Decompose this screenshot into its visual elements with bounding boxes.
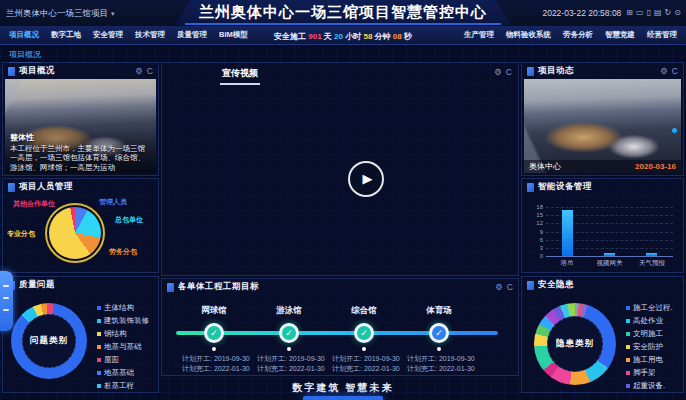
y-tick: 6 [528,237,543,243]
panel-title: 质量问题 [19,279,55,291]
legend-item[interactable]: 钢结构 [97,327,149,340]
project-selector-label: 兰州奥体中心一场三馆项目 [6,8,108,20]
legend-bullet [97,319,101,323]
nav-bar: 项目概况 数字工地 安全管理 技术管理 质量管理 BIM模型 安全施工 901 … [0,26,686,45]
bar[interactable] [646,253,657,256]
bar[interactable] [562,210,573,256]
panel-title: 智能设备管理 [538,181,592,193]
panel-icon [527,67,534,76]
project-selector[interactable]: 兰州奥体中心一场三馆项目 ▾ [6,8,115,20]
legend-item[interactable]: 屋面 [97,353,149,366]
legend-item[interactable]: 高处作业 [626,314,673,327]
y-tick: 0 [528,253,543,259]
milestone-dot [362,347,366,351]
photo-caption: 奥体中心 [529,161,561,172]
gear-icon[interactable]: ⚙ [495,282,503,292]
tab-operation-mgmt[interactable]: 经营管理 [641,30,683,40]
tab-quality-mgmt[interactable]: 质量管理 [171,30,213,40]
milestone-node[interactable]: ✓ [354,323,374,343]
legend-item[interactable]: 起重设备. [626,379,673,390]
legend-item[interactable]: 地基基础 [97,366,149,379]
legend-item[interactable]: 主体结构 [97,301,149,314]
tab-project-overview[interactable]: 项目概况 [3,30,45,40]
floating-menu-handle[interactable] [0,271,13,331]
play-button[interactable]: ▶ [348,161,384,197]
window-icon[interactable]: ▭ [636,8,644,18]
milestone-name: 游泳馆 [276,305,302,317]
legend-bullet [97,332,101,336]
dynamics-photo[interactable]: 奥体中心 2020-03-16 [524,79,681,173]
header-right: 2022-03-22 20:58:08 ⊞ ▭ ▯ ▤ ↻ ⊙ [542,8,681,18]
personnel-pie-chart[interactable] [49,207,101,259]
milestone-name: 综合馆 [351,305,377,317]
safety-donut-label: 隐患类别 [534,338,616,350]
legend-bullet [626,371,630,375]
gear-icon[interactable]: ⚙ [135,66,143,76]
refresh-icon[interactable]: C [507,282,513,292]
monitor-icon[interactable]: ▤ [654,8,662,18]
quality-donut-chart[interactable]: 问题类别 [11,303,87,379]
refresh-icon[interactable]: C [672,66,678,76]
legend-item[interactable]: 建筑装饰装修 [97,314,149,327]
legend-bullet [97,306,101,310]
video-preview[interactable]: ▶ [218,84,514,273]
legend-item[interactable]: 脚手架 [626,366,673,379]
personnel-pie-ring [45,203,105,263]
legend-item[interactable]: 地基与基础 [97,340,149,353]
tab-labor-analysis[interactable]: 劳务分析 [557,30,599,40]
milestone-dates: 计划开工: 2019-09-30 计划完工: 2022-01-30 [257,354,325,374]
phone-icon[interactable]: ▯ [647,8,651,18]
counter-seconds: 08 [393,32,402,41]
photo-caption-bar: 奥体中心 2020-03-16 [524,160,681,173]
refresh-icon[interactable]: C [506,67,512,77]
milestone-node[interactable]: ✓ [429,323,449,343]
x-label: 天气预报 [639,259,665,268]
carousel-dot[interactable] [672,128,677,133]
power-icon[interactable]: ⊙ [674,8,681,18]
panel-smart-devices: 智能设备管理 18 15 12 9 6 3 0 塔吊 视频网关 天气预报 [521,178,684,273]
tab-production-mgmt[interactable]: 生产管理 [458,30,500,40]
tab-digital-site[interactable]: 数字工地 [45,30,87,40]
gear-icon[interactable]: ⚙ [494,67,502,77]
quality-legend: 主体结构 建筑装饰装修 钢结构 地基与基础 屋面 地基基础 桩基工程 模板工程 [97,301,149,390]
breadcrumb[interactable]: 项目概况 [9,49,41,63]
safety-donut-chart[interactable]: 隐患类别 [534,303,616,385]
panel-title: 项目动态 [538,65,574,77]
milestone-name: 网球馆 [201,305,227,317]
check-icon: ✓ [432,326,446,340]
tab-bim-model[interactable]: BIM模型 [213,30,254,40]
legend-bullet [97,358,101,362]
milestone-dates: 计划开工: 2019-09-30 计划完工: 2022-01-30 [332,354,400,374]
photo-date: 2020-03-16 [635,162,676,171]
milestone-dates: 计划开工: 2019-09-30 计划完工: 2022-01-30 [182,354,250,374]
panel-quality-issues: 质量问题 问题类别 主体结构 建筑装饰装修 钢结构 地基与基础 屋面 地基基础 … [2,276,159,393]
refresh-icon[interactable]: C [147,66,153,76]
pie-label-general-contractor: 总包单位 [115,215,143,225]
y-tick: 3 [528,245,543,251]
nav-right-tabs: 生产管理 物料验收系统 劳务分析 智慧党建 经营管理 [458,26,683,44]
tab-tech-mgmt[interactable]: 技术管理 [129,30,171,40]
grid-icon[interactable]: ⊞ [626,8,633,18]
refresh-icon[interactable]: ↻ [665,8,672,18]
tab-safety-mgmt[interactable]: 安全管理 [87,30,129,40]
panel-icon [527,281,534,290]
tab-material-acceptance[interactable]: 物料验收系统 [500,30,557,40]
legend-item[interactable]: 安全防护 [626,340,673,353]
bottom-dock-bar[interactable] [303,396,383,400]
legend-item[interactable]: 桩基工程 [97,379,149,390]
milestone-node[interactable]: ✓ [204,323,224,343]
milestone-node[interactable]: ✓ [279,323,299,343]
safety-legend: 施工全过程. 高处作业 文明施工 安全防护 施工用电 脚手架 起重设备. 施工机… [626,301,673,390]
x-label: 视频网关 [597,259,623,268]
check-icon: ✓ [207,326,221,340]
header-bar: 兰州奥体中心一场三馆项目 ▾ 兰州奥体中心一场三馆项目智慧管控中心 2022-0… [0,0,686,26]
tab-party-building[interactable]: 智慧党建 [599,30,641,40]
legend-item[interactable]: 施工全过程. [626,301,673,314]
bar[interactable] [604,253,615,256]
gear-icon[interactable]: ⚙ [660,66,668,76]
milestone-dot [287,347,291,351]
tab-promo-video[interactable]: 宣传视频 [220,67,260,85]
y-tick: 18 [528,204,543,210]
legend-item[interactable]: 施工用电 [626,353,673,366]
legend-item[interactable]: 文明施工 [626,327,673,340]
